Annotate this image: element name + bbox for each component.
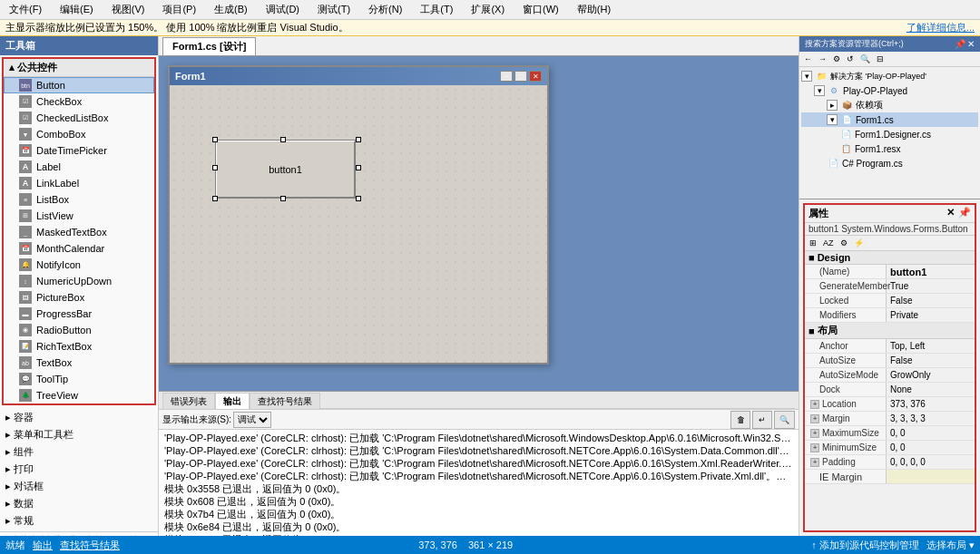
props-location-value[interactable]: 373, 376 xyxy=(887,397,975,411)
props-row-anchor[interactable]: Anchor Top, Left xyxy=(805,339,975,354)
toolbox-item-datetimepicker[interactable]: 📅 DateTimePicker xyxy=(4,142,154,159)
toolbox-item-listbox[interactable]: ≡ ListBox xyxy=(4,191,154,208)
toolbox-category-data[interactable]: ▸ 数据 xyxy=(0,495,158,512)
props-design-category[interactable]: ■ Design xyxy=(805,251,975,265)
props-dock-value[interactable]: None xyxy=(887,383,975,396)
menu-analyze[interactable]: 分析(N) xyxy=(363,1,407,18)
sol-forward-button[interactable]: → xyxy=(816,53,829,65)
props-row-autosizemode[interactable]: AutoSizeMode GrowOnly xyxy=(805,368,975,383)
props-minimumsize-expand[interactable]: + xyxy=(810,443,819,452)
props-row-margin[interactable]: +Margin 3, 3, 3, 3 xyxy=(805,412,975,426)
props-pin-button[interactable]: 📌 xyxy=(958,207,971,219)
props-row-dock[interactable]: Dock None xyxy=(805,383,975,397)
output-word-wrap-button[interactable]: ↵ xyxy=(752,411,772,429)
tree-dependencies[interactable]: ▸ 📦 依赖项 xyxy=(801,98,978,112)
menu-edit[interactable]: 编辑(E) xyxy=(54,1,99,18)
form-close-button[interactable]: ✕ xyxy=(529,71,542,82)
menu-extensions[interactable]: 扩展(X) xyxy=(466,1,510,18)
output-clear-button[interactable]: 🗑 xyxy=(730,411,750,429)
sol-filter-button[interactable]: 🔍 xyxy=(858,53,873,65)
button1-control[interactable]: button1 xyxy=(215,140,356,199)
props-margin-expand[interactable]: + xyxy=(810,414,819,423)
tree-form1cs[interactable]: ▾ 📄 Form1.cs xyxy=(801,112,978,127)
menu-tools[interactable]: 工具(T) xyxy=(415,1,458,18)
menu-window[interactable]: 窗口(W) xyxy=(517,1,564,18)
props-row-locked[interactable]: Locked False xyxy=(805,294,975,308)
toolbox-item-label[interactable]: A Label xyxy=(4,159,154,175)
tree-form1resx[interactable]: 📋 Form1.resx xyxy=(801,141,978,156)
toolbox-item-linklabel[interactable]: A LinkLabel xyxy=(4,175,154,191)
props-alphabetical-button[interactable]: AZ xyxy=(820,237,837,249)
output-source-select[interactable]: 调试 xyxy=(233,412,271,428)
toolbox-category-components[interactable]: ▸ 组件 xyxy=(0,443,158,461)
solution-close-button[interactable]: ✕ xyxy=(967,39,975,49)
form1-expand-icon[interactable]: ▾ xyxy=(827,114,838,125)
props-generatemember-value[interactable]: True xyxy=(887,279,975,293)
tree-form1designer[interactable]: 📄 Form1.Designer.cs xyxy=(801,127,978,141)
props-modifiers-value[interactable]: Private xyxy=(887,308,975,322)
toolbox-item-treeview[interactable]: 🌲 TreeView xyxy=(4,387,154,403)
menu-view[interactable]: 视图(V) xyxy=(106,1,151,18)
toolbox-category-menus[interactable]: ▸ 菜单和工具栏 xyxy=(0,426,158,443)
menu-project[interactable]: 项目(P) xyxy=(157,1,201,18)
props-close-button[interactable]: ✕ xyxy=(946,207,955,219)
props-row-generatemember[interactable]: GenerateMember True xyxy=(805,279,975,294)
props-events-button[interactable]: ⚡ xyxy=(851,237,867,249)
deps-expand-icon[interactable]: ▸ xyxy=(827,100,838,111)
toolbox-item-listview[interactable]: ⊞ ListView xyxy=(4,208,154,224)
props-location-expand[interactable]: + xyxy=(810,400,819,409)
toolbox-item-textbox[interactable]: ab TextBox xyxy=(4,355,154,371)
menu-debug[interactable]: 调试(D) xyxy=(260,1,305,18)
form-window[interactable]: Form1 ─ □ ✕ button1 xyxy=(168,65,549,364)
menu-file[interactable]: 文件(F) xyxy=(4,1,47,18)
form-minimize-button[interactable]: ─ xyxy=(500,71,513,82)
toolbox-item-tooltip[interactable]: 💬 ToolTip xyxy=(4,371,154,387)
toolbox-item-checkedlistbox[interactable]: ☑ CheckedListBox xyxy=(4,110,154,126)
toolbox-item-progressbar[interactable]: ▬ ProgressBar xyxy=(4,306,154,322)
menu-test[interactable]: 测试(T) xyxy=(312,1,356,18)
toolbox-item-richtextbox[interactable]: 📝 RichTextBox xyxy=(4,338,154,355)
tab-output[interactable]: 输出 xyxy=(215,393,250,409)
tab-find-results[interactable]: 查找符号结果 xyxy=(250,393,320,409)
status-source-control[interactable]: ↑ 添加到源代码控制管理 xyxy=(811,539,919,552)
toolbox-item-combobox[interactable]: ▼ ComboBox xyxy=(4,126,154,142)
props-name-value[interactable]: button1 xyxy=(887,265,975,278)
props-locked-value[interactable]: False xyxy=(887,294,975,307)
toolbox-item-picturebox[interactable]: 🖼 PictureBox xyxy=(4,289,154,306)
menu-build[interactable]: 生成(B) xyxy=(209,1,253,18)
props-row-modifiers[interactable]: Modifiers Private xyxy=(805,308,975,323)
sol-props-button[interactable]: ⚙ xyxy=(830,53,843,65)
tree-programcs[interactable]: 📄 C# Program.cs xyxy=(801,156,978,170)
props-padding-value[interactable]: 0, 0, 0, 0 xyxy=(887,455,975,469)
solution-expand-icon[interactable]: ▾ xyxy=(801,71,812,82)
toolbox-item-radiobutton[interactable]: ◉ RadioButton xyxy=(4,322,154,338)
status-output-link[interactable]: 输出 xyxy=(33,539,53,552)
design-tab-form1[interactable]: Form1.cs [设计] xyxy=(162,37,256,55)
sol-refresh-button[interactable]: ↺ xyxy=(844,53,857,65)
props-padding-expand[interactable]: + xyxy=(810,458,819,467)
props-margin-value[interactable]: 3, 3, 3, 3 xyxy=(887,412,975,425)
props-ie-margin-value[interactable] xyxy=(887,470,975,483)
props-maximumsize-expand[interactable]: + xyxy=(810,429,819,438)
tree-project[interactable]: ▾ ⚙ Play-OP-Played xyxy=(801,83,978,98)
props-row-padding[interactable]: +Padding 0, 0, 0, 0 xyxy=(805,455,975,470)
props-row-name[interactable]: (Name) button1 xyxy=(805,265,975,279)
tab-errors[interactable]: 错误列表 xyxy=(162,393,215,409)
props-row-autosize[interactable]: AutoSize False xyxy=(805,354,975,368)
props-layout-category[interactable]: ■ 布局 xyxy=(805,323,975,339)
toolbox-item-numericupdown[interactable]: ↕ NumericUpDown xyxy=(4,273,154,289)
toolbox-item-checkbox[interactable]: ☑ CheckBox xyxy=(4,93,154,110)
menu-help[interactable]: 帮助(H) xyxy=(572,1,616,18)
toolbox-item-monthcalendar[interactable]: 📅 MonthCalendar xyxy=(4,240,154,257)
info-link[interactable]: 了解详细信息... xyxy=(906,21,975,34)
form-maximize-button[interactable]: □ xyxy=(514,71,527,82)
solution-pin-button[interactable]: 📌 xyxy=(955,39,965,49)
toolbox-category-general[interactable]: ▸ 常规 xyxy=(0,512,158,530)
props-autosize-value[interactable]: False xyxy=(887,354,975,367)
props-row-minimumsize[interactable]: +MinimumSize 0, 0 xyxy=(805,441,975,455)
toolbox-category-dialogs[interactable]: ▸ 对话框 xyxy=(0,478,158,495)
props-anchor-value[interactable]: Top, Left xyxy=(887,339,975,353)
props-minimumsize-value[interactable]: 0, 0 xyxy=(887,441,975,454)
status-layout[interactable]: 选择布局 ▾ xyxy=(926,539,975,552)
project-expand-icon[interactable]: ▾ xyxy=(814,85,825,96)
